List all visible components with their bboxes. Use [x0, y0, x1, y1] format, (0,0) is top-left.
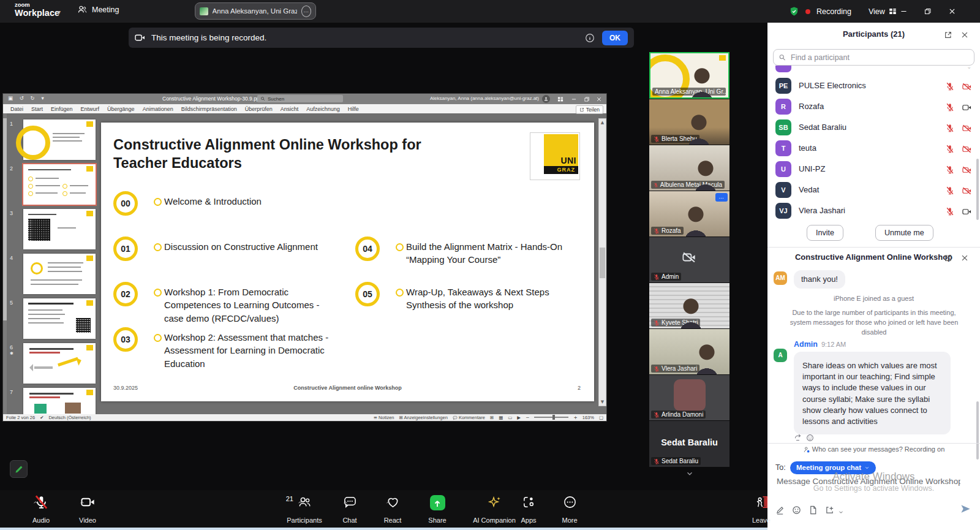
teilen-share-button[interactable]: Teilen [576, 105, 603, 114]
security-shield-icon[interactable] [789, 6, 799, 17]
participants-scrollbar[interactable] [976, 159, 979, 220]
chat-popout-button[interactable] [944, 252, 952, 263]
participants-popout-button[interactable] [944, 29, 952, 40]
ribbon-tab-uebergaenge[interactable]: Übergänge [107, 106, 135, 112]
view-reading-icon[interactable]: ▭ [508, 415, 512, 420]
participant-row[interactable]: V Vedat [767, 180, 980, 200]
participant-row[interactable]: U UNI-PZ [767, 159, 980, 180]
fit-to-window-icon[interactable]: ▢ [599, 415, 603, 420]
more-attach-options-chevron[interactable] [838, 506, 844, 517]
video-tile[interactable]: Kyvete Shatri [649, 283, 729, 328]
chat-options-chevron[interactable] [342, 496, 349, 507]
recording-ok-button[interactable]: OK [602, 31, 628, 45]
slide-scrollbar[interactable]: ▲ ▼ [598, 118, 606, 406]
zoom-slider[interactable] [534, 417, 568, 418]
tab-meeting[interactable]: Meeting [77, 4, 119, 15]
send-message-button[interactable] [960, 503, 971, 515]
apps-button[interactable]: Apps [492, 493, 529, 525]
react-options-chevron[interactable] [385, 496, 391, 507]
ai-companion-button[interactable]: AI Companion [439, 493, 494, 525]
slide-thumbnail-6[interactable] [23, 343, 96, 384]
scrollbar-handle[interactable] [600, 248, 605, 278]
slide-thumbnail-3[interactable] [23, 209, 96, 249]
add-reaction-button[interactable] [806, 432, 814, 443]
slide-thumbnail-2-selected[interactable] [23, 164, 96, 205]
info-icon[interactable] [585, 33, 595, 43]
annotate-button[interactable] [10, 460, 28, 478]
window-minimize-button[interactable] [893, 0, 914, 23]
share-tab-more-icon[interactable]: … [301, 6, 311, 17]
video-tile[interactable]: Admin [649, 237, 729, 282]
window-restore-button[interactable] [917, 0, 938, 23]
video-tile[interactable]: Albulena Metaj Macula [649, 145, 729, 191]
thumbnail-scrollbar[interactable] [3, 113, 7, 414]
participant-row[interactable]: SB Sedat Baraliu [767, 117, 980, 138]
video-tile[interactable]: … Rozafa [649, 191, 729, 237]
zoom-in-icon[interactable]: + [573, 415, 577, 420]
quick-access-toolbar[interactable]: ▣ ↺ ↻ ▾ [8, 95, 47, 101]
invite-button[interactable]: Invite [807, 225, 843, 241]
participant-row[interactable]: PE PULSE Electronics [767, 75, 980, 96]
video-options-chevron[interactable] [79, 496, 85, 507]
ppt-restore-button[interactable] [584, 96, 590, 102]
workspace-switch-chevron[interactable]: ▾ [58, 9, 61, 15]
chat-recipient-selector[interactable]: Meeting group chat [790, 461, 876, 474]
ribbon-tab-ueberpruefen[interactable]: Überprüfen [245, 106, 273, 112]
chat-privacy-note[interactable]: Who can see your messages? Recording on [767, 445, 980, 453]
view-button[interactable]: View [869, 7, 897, 16]
display-settings-button[interactable]: ⊞ Anzeigeeinstellungen [399, 415, 448, 420]
collapse-videos-button[interactable] [679, 468, 700, 477]
ribbon-display-options-button[interactable] [557, 96, 564, 102]
participants-options-chevron[interactable] [297, 496, 303, 507]
more-button[interactable]: More [533, 493, 570, 525]
participant-row[interactable]: T teuta [767, 138, 980, 159]
participant-row[interactable]: R Rozafa [767, 96, 980, 117]
tab-shared-screen[interactable]: Anna Aleksanyan, Uni Graz's scre … [195, 2, 316, 20]
quote-reply-button[interactable] [794, 432, 802, 443]
ribbon-tab-bildschirmpraesentation[interactable]: Bildschirmpräsentation [181, 106, 237, 112]
participant-search-input[interactable] [790, 53, 969, 62]
view-slideshow-icon[interactable]: ▶ [517, 415, 521, 420]
scroll-down-icon[interactable]: ▼ [599, 398, 606, 406]
video-tile[interactable]: Blerta Shehu [649, 99, 729, 145]
screenshot-button[interactable] [825, 504, 834, 515]
video-tile[interactable]: Sedat Baraliu Sedat Baraliu [649, 421, 729, 467]
ribbon-tab-ansicht[interactable]: Ansicht [281, 106, 299, 112]
zoom-out-icon[interactable]: − [526, 415, 529, 420]
view-normal-icon[interactable]: ⊞ [490, 415, 494, 420]
participant-row[interactable]: VJ Vlera Jashari [767, 200, 980, 221]
powerpoint-search-box[interactable]: Suchen [257, 95, 343, 102]
account-avatar[interactable] [542, 95, 550, 103]
slide-thumbnail-1[interactable] [23, 119, 96, 160]
participants-button[interactable]: 21 Participants [249, 493, 304, 525]
slide-thumbnail-7[interactable] [23, 388, 96, 414]
notes-button[interactable]: ≡ Notizen [374, 415, 394, 420]
tile-more-options-icon[interactable]: … [715, 193, 728, 202]
video-tile[interactable]: Arlinda Damoni [649, 375, 729, 420]
ribbon-tab-hilfe[interactable]: Hilfe [348, 106, 359, 112]
window-close-button[interactable] [941, 0, 962, 23]
language-label[interactable]: Deutsch (Österreich) [48, 415, 91, 420]
chat-close-button[interactable] [960, 252, 969, 263]
attach-file-button[interactable] [809, 504, 818, 515]
participants-close-button[interactable] [960, 29, 969, 40]
unmute-me-button[interactable]: Unmute me [875, 225, 933, 241]
ribbon-tab-aufzeichnung[interactable]: Aufzeichnung [306, 106, 340, 112]
ppt-close-button[interactable] [596, 96, 602, 102]
participant-search[interactable] [773, 49, 974, 66]
chat-button[interactable]: Chat [313, 493, 350, 525]
audio-options-chevron[interactable] [32, 496, 39, 507]
video-tile[interactable]: Anna Aleksanyan, Uni Gr... [649, 52, 729, 99]
emoji-picker-button[interactable] [792, 504, 801, 515]
audio-button[interactable]: Audio [4, 493, 41, 525]
chat-message-input[interactable] [775, 476, 962, 486]
ppt-minimize-button[interactable] [571, 96, 577, 102]
react-button[interactable]: React [356, 493, 393, 525]
slide-thumbnail-4[interactable] [23, 254, 96, 294]
share-button[interactable]: Share [401, 493, 437, 525]
leave-button[interactable]: Leave [725, 493, 761, 525]
ribbon-tab-start[interactable]: Start [31, 106, 43, 112]
scroll-up-icon[interactable]: ▲ [599, 119, 606, 126]
ribbon-tab-animationen[interactable]: Animationen [143, 106, 173, 112]
spellcheck-icon[interactable]: ✔ [40, 415, 43, 420]
